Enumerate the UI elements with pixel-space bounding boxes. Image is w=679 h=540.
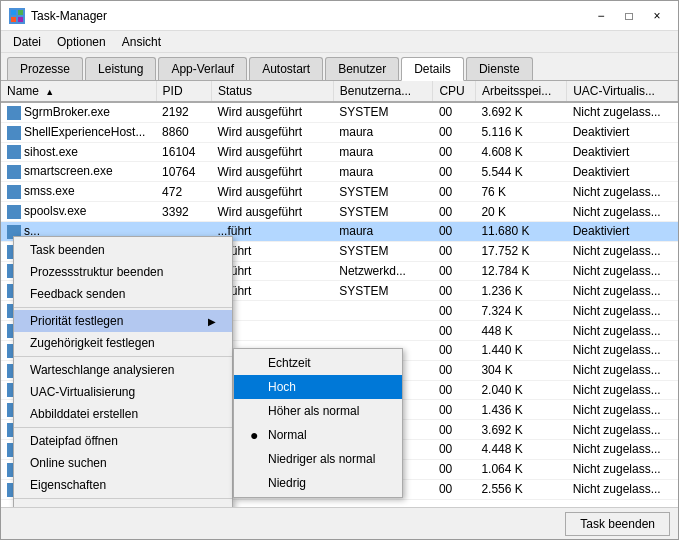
ctx-prozessstruktur[interactable]: Prozessstruktur beenden [14, 261, 232, 283]
ctx-prioritaet[interactable]: Priorität festlegen ▶ [14, 310, 232, 332]
col-cpu[interactable]: CPU [433, 81, 475, 102]
col-status[interactable]: Status [211, 81, 333, 102]
process-icon [7, 145, 21, 159]
minimize-button[interactable]: − [588, 6, 614, 26]
col-user[interactable]: Benutzerna... [333, 81, 433, 102]
bottom-bar: Task beenden [1, 507, 678, 539]
sub-niedriger-normal[interactable]: Niedriger als normal [234, 447, 402, 471]
ctx-uac[interactable]: UAC-Virtualisierung [14, 381, 232, 403]
menu-ansicht[interactable]: Ansicht [114, 33, 169, 50]
table-row[interactable]: sihost.exe16104Wird ausgeführtmaura004.6… [1, 142, 678, 162]
tab-leistung[interactable]: Leistung [85, 57, 156, 80]
ctx-task-beenden[interactable]: Task beenden [14, 239, 232, 261]
process-icon [7, 165, 21, 179]
menu-optionen[interactable]: Optionen [49, 33, 114, 50]
maximize-button[interactable]: □ [616, 6, 642, 26]
sub-niedrig[interactable]: Niedrig [234, 471, 402, 495]
sub-hoeher-normal[interactable]: Höher als normal [234, 399, 402, 423]
ctx-dienst[interactable]: Zu Dienst(en) wechseln [14, 501, 232, 507]
col-name[interactable]: Name ▲ [1, 81, 156, 102]
svg-rect-2 [11, 17, 16, 22]
menubar: Datei Optionen Ansicht [1, 31, 678, 53]
ctx-eigenschaften[interactable]: Eigenschaften [14, 474, 232, 496]
ctx-feedback[interactable]: Feedback senden [14, 283, 232, 305]
task-manager-window: Task-Manager − □ × Datei Optionen Ansich… [0, 0, 679, 540]
tab-app-verlauf[interactable]: App-Verlauf [158, 57, 247, 80]
title-controls: − □ × [588, 6, 670, 26]
ctx-dateipfad[interactable]: Dateipfad öffnen [14, 430, 232, 452]
process-icon [7, 185, 21, 199]
table-row[interactable]: ShellExperienceHost...8860Wird ausgeführ… [1, 122, 678, 142]
priority-submenu: Echtzeit Hoch Höher als normal ● Normal … [233, 348, 403, 498]
ctx-warteschlange[interactable]: Warteschlange analysieren [14, 359, 232, 381]
ctx-online[interactable]: Online suchen [14, 452, 232, 474]
table-header-row: Name ▲ PID Status Benutzerna... CPU Arbe… [1, 81, 678, 102]
process-icon [7, 205, 21, 219]
table-row[interactable]: SgrmBroker.exe2192Wird ausgeführtSYSTEM0… [1, 102, 678, 122]
table-row[interactable]: spoolsv.exe3392Wird ausgeführtSYSTEM0020… [1, 202, 678, 222]
end-task-button[interactable]: Task beenden [565, 512, 670, 536]
tab-autostart[interactable]: Autostart [249, 57, 323, 80]
col-memory[interactable]: Arbeitsspei... [475, 81, 566, 102]
process-icon [7, 126, 21, 140]
submenu-arrow-icon: ▶ [208, 316, 216, 327]
title-bar-left: Task-Manager [9, 8, 107, 24]
tab-details[interactable]: Details [401, 57, 464, 81]
ctx-zugehoerigkeit[interactable]: Zugehörigkeit festlegen [14, 332, 232, 354]
context-menu: Task beenden Prozessstruktur beenden Fee… [13, 236, 233, 507]
sub-hoch[interactable]: Hoch [234, 375, 402, 399]
process-icon [7, 106, 21, 120]
table-row[interactable]: smartscreen.exe10764Wird ausgeführtmaura… [1, 162, 678, 182]
sub-echtzeit[interactable]: Echtzeit [234, 351, 402, 375]
ctx-sep-1 [14, 307, 232, 308]
ctx-sep-2 [14, 356, 232, 357]
ctx-abbild[interactable]: Abbilddatei erstellen [14, 403, 232, 425]
svg-rect-1 [18, 10, 23, 15]
col-uac[interactable]: UAC-Virtualis... [567, 81, 678, 102]
svg-rect-3 [18, 17, 23, 22]
title-bar: Task-Manager − □ × [1, 1, 678, 31]
tab-bar: Prozesse Leistung App-Verlauf Autostart … [1, 53, 678, 81]
ctx-sep-4 [14, 498, 232, 499]
menu-datei[interactable]: Datei [5, 33, 49, 50]
app-icon [9, 8, 25, 24]
tab-dienste[interactable]: Dienste [466, 57, 533, 80]
sub-normal[interactable]: ● Normal [234, 423, 402, 447]
table-row[interactable]: smss.exe472Wird ausgeführtSYSTEM0076 KNi… [1, 182, 678, 202]
tab-prozesse[interactable]: Prozesse [7, 57, 83, 80]
tab-benutzer[interactable]: Benutzer [325, 57, 399, 80]
col-pid[interactable]: PID [156, 81, 211, 102]
window-title: Task-Manager [31, 9, 107, 23]
svg-rect-0 [11, 10, 16, 15]
main-content: Name ▲ PID Status Benutzerna... CPU Arbe… [1, 81, 678, 507]
close-button[interactable]: × [644, 6, 670, 26]
ctx-sep-3 [14, 427, 232, 428]
